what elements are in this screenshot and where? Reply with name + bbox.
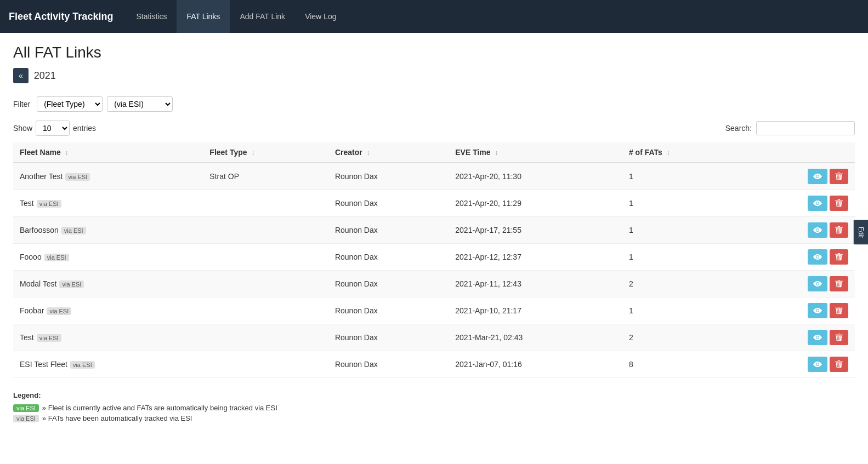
delete-button[interactable]	[830, 330, 848, 345]
cell-num-fats: 2	[622, 324, 739, 351]
cell-num-fats: 1	[622, 190, 739, 217]
sidebar-toggle[interactable]: Edit	[853, 219, 868, 245]
col-creator[interactable]: Creator ↕	[328, 142, 449, 163]
col-actions	[739, 142, 855, 163]
col-num-fats[interactable]: # of FATs ↕	[622, 142, 739, 163]
delete-button[interactable]	[830, 222, 848, 238]
cell-fleet-name: Testvia ESI	[13, 190, 203, 217]
cell-num-fats: 8	[622, 351, 739, 378]
view-button[interactable]	[808, 303, 827, 318]
trash-icon	[835, 253, 843, 261]
via-esi-filter[interactable]: (via ESI) via ESI Manual	[107, 96, 173, 112]
sort-icon-fleet-name: ↕	[65, 149, 69, 157]
cell-fleet-type	[203, 190, 328, 217]
cell-eve-time: 2021-Apr-17, 21:55	[449, 217, 622, 244]
eye-icon	[813, 333, 822, 342]
year-back-button[interactable]: «	[13, 68, 29, 83]
trash-icon	[835, 280, 843, 288]
view-button[interactable]	[808, 357, 827, 372]
cell-eve-time: 2021-Apr-10, 21:17	[449, 297, 622, 324]
fleet-name-text: Modal Test	[20, 279, 56, 288]
nav-link-statistics[interactable]: Statistics	[126, 0, 177, 33]
cell-eve-time: 2021-Jan-07, 01:16	[449, 351, 622, 378]
col-fleet-name[interactable]: Fleet Name ↕	[13, 142, 203, 163]
legend-item-tracked: via ESI » FATs have been automatically t…	[13, 414, 855, 422]
cell-creator: Rounon Dax	[328, 190, 449, 217]
view-button[interactable]	[808, 169, 827, 184]
table-row: Another Testvia ESIStrat OPRounon Dax202…	[13, 163, 855, 190]
trash-icon	[835, 360, 843, 368]
fleet-type-filter[interactable]: (Fleet Type) Strat OP Roam Defense	[37, 96, 103, 112]
navbar-brand: Fleet Activity Tracking	[9, 11, 113, 22]
table-row: Testvia ESIRounon Dax2021-Mar-21, 02:432	[13, 324, 855, 351]
delete-button[interactable]	[830, 169, 848, 184]
cell-actions	[739, 217, 855, 244]
cell-num-fats: 1	[622, 297, 739, 324]
cell-fleet-type: Strat OP	[203, 163, 328, 190]
view-button[interactable]	[808, 222, 827, 238]
cell-num-fats: 1	[622, 163, 739, 190]
cell-creator: Rounon Dax	[328, 217, 449, 244]
action-buttons	[746, 169, 848, 184]
fat-links-table: Fleet Name ↕ Fleet Type ↕ Creator ↕ EVE …	[13, 142, 855, 378]
view-button[interactable]	[808, 330, 827, 345]
table-row: Testvia ESIRounon Dax2021-Apr-20, 11:291	[13, 190, 855, 217]
fleet-name-tag: via ESI	[70, 361, 95, 369]
nav-link-view-log[interactable]: View Log	[295, 0, 346, 33]
legend-section: Legend: via ESI » Fleet is currently act…	[13, 391, 855, 422]
fleet-name-tag: via ESI	[65, 173, 90, 181]
fleet-name-text: ESI Test Fleet	[20, 360, 67, 369]
delete-button[interactable]	[830, 276, 848, 291]
legend-tag-tracked: via ESI	[13, 415, 39, 422]
cell-fleet-type	[203, 351, 328, 378]
cell-creator: Rounon Dax	[328, 351, 449, 378]
cell-actions	[739, 351, 855, 378]
filter-label: Filter	[13, 100, 30, 108]
entries-count-select[interactable]: 10 25 50 100	[36, 121, 70, 136]
view-button[interactable]	[808, 249, 827, 265]
nav-link-add-fat-link[interactable]: Add FAT Link	[230, 0, 295, 33]
cell-num-fats: 2	[622, 271, 739, 297]
delete-button[interactable]	[830, 196, 848, 211]
cell-fleet-type	[203, 324, 328, 351]
nav-link-fat-links[interactable]: FAT Links	[177, 0, 230, 33]
eye-icon	[813, 279, 822, 288]
filter-row: Filter (Fleet Type) Strat OP Roam Defens…	[13, 96, 855, 112]
year-nav: « 2021	[13, 68, 855, 83]
cell-eve-time: 2021-Mar-21, 02:43	[449, 324, 622, 351]
cell-fleet-type	[203, 217, 328, 244]
view-button[interactable]	[808, 276, 827, 291]
cell-fleet-type	[203, 271, 328, 297]
cell-actions	[739, 163, 855, 190]
cell-actions	[739, 297, 855, 324]
table-row: Foobarvia ESIRounon Dax2021-Apr-10, 21:1…	[13, 297, 855, 324]
cell-actions	[739, 324, 855, 351]
show-label: Show	[13, 124, 32, 133]
cell-creator: Rounon Dax	[328, 163, 449, 190]
table-row: Foooovia ESIRounon Dax2021-Apr-12, 12:37…	[13, 244, 855, 271]
fleet-name-text: Foobar	[20, 306, 44, 315]
search-label: Search:	[725, 124, 752, 133]
cell-fleet-name: ESI Test Fleetvia ESI	[13, 351, 203, 378]
trash-icon	[835, 173, 843, 180]
nav-links: Statistics FAT Links Add FAT Link View L…	[126, 0, 346, 33]
eye-icon	[813, 360, 822, 369]
eye-icon	[813, 306, 822, 315]
cell-creator: Rounon Dax	[328, 297, 449, 324]
delete-button[interactable]	[830, 303, 848, 318]
fleet-name-tag: via ESI	[61, 227, 86, 234]
action-buttons	[746, 357, 848, 372]
trash-icon	[835, 334, 843, 341]
view-button[interactable]	[808, 196, 827, 211]
col-fleet-type[interactable]: Fleet Type ↕	[203, 142, 328, 163]
cell-actions	[739, 190, 855, 217]
cell-fleet-type	[203, 244, 328, 271]
delete-button[interactable]	[830, 357, 848, 372]
cell-eve-time: 2021-Apr-20, 11:29	[449, 190, 622, 217]
cell-fleet-name: Foooovia ESI	[13, 244, 203, 271]
delete-button[interactable]	[830, 249, 848, 265]
cell-eve-time: 2021-Apr-20, 11:30	[449, 163, 622, 190]
cell-actions	[739, 271, 855, 297]
col-eve-time[interactable]: EVE Time ↕	[449, 142, 622, 163]
search-input[interactable]	[756, 121, 855, 135]
